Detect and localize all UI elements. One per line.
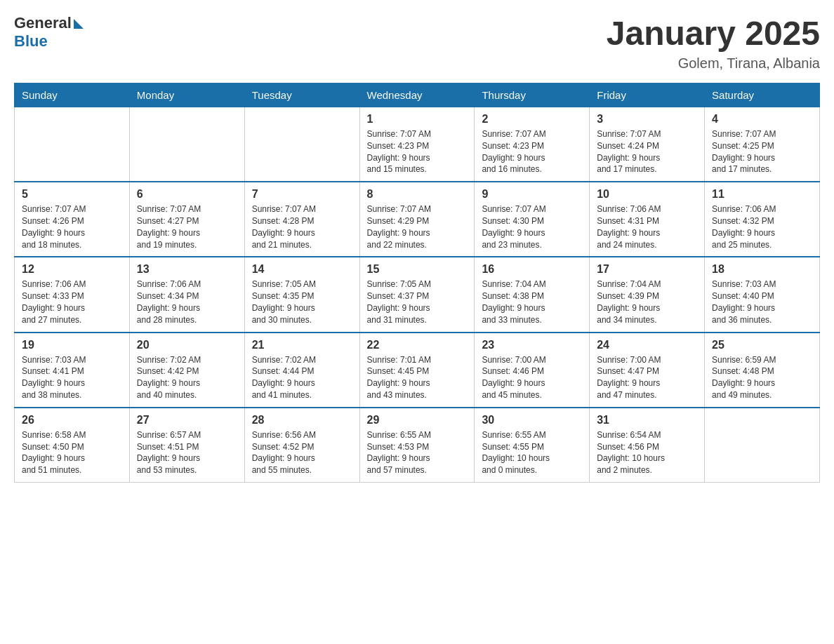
logo-blue-text: Blue [14,32,48,51]
day-info: Sunrise: 7:04 AM Sunset: 4:38 PM Dayligh… [482,279,582,326]
day-info: Sunrise: 6:56 AM Sunset: 4:52 PM Dayligh… [252,429,352,476]
calendar-cell: 18Sunrise: 7:03 AM Sunset: 4:40 PM Dayli… [705,257,820,332]
calendar-cell: 22Sunrise: 7:01 AM Sunset: 4:45 PM Dayli… [359,333,475,408]
day-info: Sunrise: 7:03 AM Sunset: 4:41 PM Dayligh… [22,354,122,401]
day-number: 3 [597,113,697,126]
day-number: 10 [597,188,697,201]
day-number: 26 [22,414,122,427]
day-info: Sunrise: 7:07 AM Sunset: 4:27 PM Dayligh… [137,203,237,250]
calendar-week-row: 12Sunrise: 7:06 AM Sunset: 4:33 PM Dayli… [15,257,820,332]
day-number: 6 [137,188,237,201]
calendar-cell: 28Sunrise: 6:56 AM Sunset: 4:52 PM Dayli… [244,408,359,483]
calendar-cell: 23Sunrise: 7:00 AM Sunset: 4:46 PM Dayli… [475,333,590,408]
day-info: Sunrise: 6:58 AM Sunset: 4:50 PM Dayligh… [22,429,122,476]
day-number: 11 [712,188,812,201]
day-number: 21 [252,339,352,351]
calendar-cell: 14Sunrise: 7:05 AM Sunset: 4:35 PM Dayli… [244,257,359,332]
calendar-cell: 21Sunrise: 7:02 AM Sunset: 4:44 PM Dayli… [244,333,359,408]
calendar-cell [129,107,244,182]
calendar-cell [15,107,130,182]
day-info: Sunrise: 6:54 AM Sunset: 4:56 PM Dayligh… [597,429,697,476]
day-number: 5 [22,188,122,201]
calendar-week-row: 1Sunrise: 7:07 AM Sunset: 4:23 PM Daylig… [15,107,820,182]
calendar-week-row: 26Sunrise: 6:58 AM Sunset: 4:50 PM Dayli… [15,408,820,483]
day-number: 8 [367,188,468,201]
day-info: Sunrise: 7:00 AM Sunset: 4:47 PM Dayligh… [597,354,697,401]
day-info: Sunrise: 7:07 AM Sunset: 4:25 PM Dayligh… [712,128,812,175]
day-number: 16 [482,263,582,276]
weekday-header-friday: Friday [590,83,705,107]
calendar-cell: 20Sunrise: 7:02 AM Sunset: 4:42 PM Dayli… [129,333,244,408]
day-number: 27 [137,414,237,427]
page-header: General Blue January 2025 Golem, Tirana,… [14,14,820,72]
weekday-header-row: SundayMondayTuesdayWednesdayThursdayFrid… [15,83,820,107]
calendar-cell: 7Sunrise: 7:07 AM Sunset: 4:28 PM Daylig… [244,182,359,257]
day-info: Sunrise: 6:57 AM Sunset: 4:51 PM Dayligh… [137,429,237,476]
calendar-cell: 5Sunrise: 7:07 AM Sunset: 4:26 PM Daylig… [15,182,130,257]
day-info: Sunrise: 7:03 AM Sunset: 4:40 PM Dayligh… [712,279,812,326]
calendar-cell: 9Sunrise: 7:07 AM Sunset: 4:30 PM Daylig… [475,182,590,257]
day-info: Sunrise: 7:07 AM Sunset: 4:28 PM Dayligh… [252,203,352,250]
calendar-cell: 3Sunrise: 7:07 AM Sunset: 4:24 PM Daylig… [590,107,705,182]
day-info: Sunrise: 7:07 AM Sunset: 4:29 PM Dayligh… [367,203,468,250]
day-number: 12 [22,263,122,276]
calendar-cell: 25Sunrise: 6:59 AM Sunset: 4:48 PM Dayli… [705,333,820,408]
day-number: 25 [712,339,812,351]
weekday-header-sunday: Sunday [15,83,130,107]
day-number: 22 [367,339,468,351]
day-number: 2 [482,113,582,126]
logo-triangle-icon [74,19,84,29]
day-number: 24 [597,339,697,351]
calendar-cell: 13Sunrise: 7:06 AM Sunset: 4:34 PM Dayli… [129,257,244,332]
calendar-cell: 6Sunrise: 7:07 AM Sunset: 4:27 PM Daylig… [129,182,244,257]
day-number: 29 [367,414,468,427]
day-number: 15 [367,263,468,276]
calendar-cell: 19Sunrise: 7:03 AM Sunset: 4:41 PM Dayli… [15,333,130,408]
calendar-cell: 27Sunrise: 6:57 AM Sunset: 4:51 PM Dayli… [129,408,244,483]
calendar-cell: 24Sunrise: 7:00 AM Sunset: 4:47 PM Dayli… [590,333,705,408]
calendar-week-row: 19Sunrise: 7:03 AM Sunset: 4:41 PM Dayli… [15,333,820,408]
day-info: Sunrise: 7:07 AM Sunset: 4:30 PM Dayligh… [482,203,582,250]
weekday-header-tuesday: Tuesday [244,83,359,107]
calendar-cell [244,107,359,182]
calendar-title: January 2025 [607,14,820,53]
day-number: 7 [252,188,352,201]
day-info: Sunrise: 7:07 AM Sunset: 4:24 PM Dayligh… [597,128,697,175]
day-number: 17 [597,263,697,276]
day-number: 28 [252,414,352,427]
calendar-cell: 31Sunrise: 6:54 AM Sunset: 4:56 PM Dayli… [590,408,705,483]
calendar-cell: 16Sunrise: 7:04 AM Sunset: 4:38 PM Dayli… [475,257,590,332]
day-number: 14 [252,263,352,276]
day-info: Sunrise: 7:04 AM Sunset: 4:39 PM Dayligh… [597,279,697,326]
day-number: 9 [482,188,582,201]
day-info: Sunrise: 7:07 AM Sunset: 4:26 PM Dayligh… [22,203,122,250]
calendar-cell: 29Sunrise: 6:55 AM Sunset: 4:53 PM Dayli… [359,408,475,483]
calendar-cell: 17Sunrise: 7:04 AM Sunset: 4:39 PM Dayli… [590,257,705,332]
calendar-table: SundayMondayTuesdayWednesdayThursdayFrid… [14,83,820,483]
calendar-cell: 30Sunrise: 6:55 AM Sunset: 4:55 PM Dayli… [475,408,590,483]
day-number: 13 [137,263,237,276]
day-number: 31 [597,414,697,427]
calendar-cell: 4Sunrise: 7:07 AM Sunset: 4:25 PM Daylig… [705,107,820,182]
day-info: Sunrise: 7:07 AM Sunset: 4:23 PM Dayligh… [367,128,468,175]
calendar-cell: 10Sunrise: 7:06 AM Sunset: 4:31 PM Dayli… [590,182,705,257]
day-info: Sunrise: 7:01 AM Sunset: 4:45 PM Dayligh… [367,354,468,401]
day-info: Sunrise: 7:06 AM Sunset: 4:32 PM Dayligh… [712,203,812,250]
calendar-cell: 12Sunrise: 7:06 AM Sunset: 4:33 PM Dayli… [15,257,130,332]
day-info: Sunrise: 7:07 AM Sunset: 4:23 PM Dayligh… [482,128,582,175]
calendar-cell: 2Sunrise: 7:07 AM Sunset: 4:23 PM Daylig… [475,107,590,182]
day-info: Sunrise: 7:06 AM Sunset: 4:33 PM Dayligh… [22,279,122,326]
calendar-cell: 8Sunrise: 7:07 AM Sunset: 4:29 PM Daylig… [359,182,475,257]
calendar-subtitle: Golem, Tirana, Albania [607,55,820,72]
day-number: 18 [712,263,812,276]
day-number: 1 [367,113,468,126]
day-info: Sunrise: 7:00 AM Sunset: 4:46 PM Dayligh… [482,354,582,401]
logo-general-text: General [14,14,72,32]
logo: General Blue [14,14,84,51]
day-info: Sunrise: 6:59 AM Sunset: 4:48 PM Dayligh… [712,354,812,401]
calendar-cell: 15Sunrise: 7:05 AM Sunset: 4:37 PM Dayli… [359,257,475,332]
day-number: 30 [482,414,582,427]
day-info: Sunrise: 7:02 AM Sunset: 4:44 PM Dayligh… [252,354,352,401]
title-section: January 2025 Golem, Tirana, Albania [607,14,820,72]
weekday-header-thursday: Thursday [475,83,590,107]
